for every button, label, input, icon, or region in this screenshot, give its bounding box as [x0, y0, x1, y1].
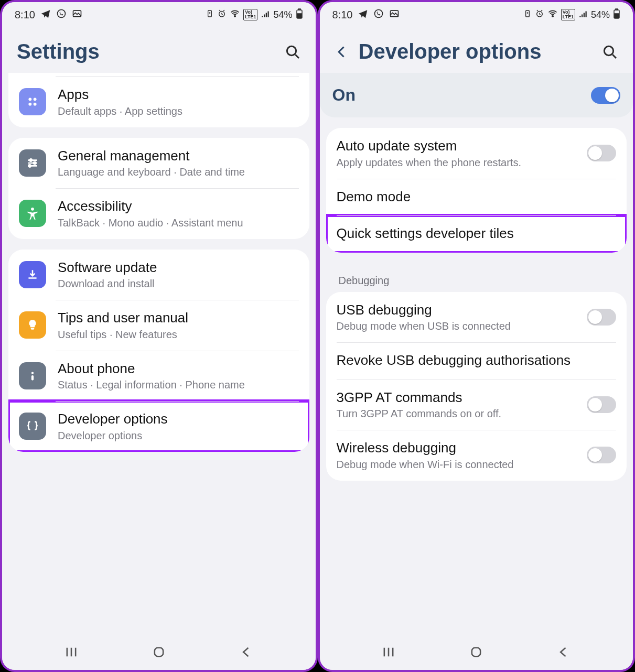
svg-point-28 [604, 46, 613, 55]
svg-point-8 [287, 46, 296, 55]
apps-icon [19, 88, 46, 115]
item-3gpp-at[interactable]: 3GPP AT commands Turn 3GPP AT commands o… [326, 380, 627, 430]
settings-list: Apps Default apps · App settings General… [2, 73, 316, 636]
svg-point-15 [28, 165, 30, 167]
page-title: Settings [17, 40, 275, 63]
item-title: About phone [58, 360, 299, 377]
svg-point-16 [31, 208, 34, 211]
settings-item-general[interactable]: General management Language and keyboard… [8, 138, 309, 189]
svg-point-14 [34, 162, 36, 164]
nav-home[interactable] [469, 645, 483, 662]
phone-left: 8:10 Vo)LTE1 54% Settings [0, 0, 318, 672]
wifi-icon [547, 8, 558, 21]
item-title: Developer options [58, 410, 299, 428]
signal-icon [261, 9, 270, 21]
battery-saver-icon [523, 9, 532, 20]
item-demo-mode[interactable]: Demo mode [326, 179, 627, 216]
item-title: Demo mode [337, 188, 617, 205]
svg-rect-29 [472, 648, 480, 656]
battery-percent: 54% [591, 9, 610, 20]
page-title: Developer options [359, 40, 593, 63]
item-title: General management [58, 147, 299, 165]
alarm-icon [535, 9, 544, 21]
header: Developer options [320, 27, 633, 73]
nav-recents[interactable] [381, 645, 396, 662]
master-toggle[interactable]: On [320, 73, 633, 117]
whatsapp-icon [373, 8, 384, 21]
item-revoke-usb[interactable]: Revoke USB debugging authorisations [326, 342, 627, 380]
search-button[interactable] [284, 44, 301, 60]
item-subtitle: Turn 3GPP AT commands on or off. [337, 407, 576, 420]
settings-item-update[interactable]: Software update Download and install [8, 250, 309, 300]
svg-rect-27 [615, 14, 619, 18]
svg-rect-18 [31, 375, 34, 381]
status-time: 8:10 [15, 9, 35, 21]
toggle-3gpp-at[interactable] [587, 396, 616, 413]
item-subtitle: Status · Legal information · Phone name [58, 378, 299, 392]
search-button[interactable] [601, 44, 618, 60]
settings-item-about[interactable]: About phone Status · Legal information ·… [8, 351, 309, 402]
gallery-icon [72, 8, 82, 21]
item-auto-update[interactable]: Auto update system Apply updates when th… [326, 128, 627, 179]
developer-options-list: Auto update system Apply updates when th… [320, 128, 633, 636]
item-title: 3GPP AT commands [337, 389, 576, 406]
download-icon [19, 261, 46, 288]
item-title: Wireless debugging [337, 439, 576, 457]
battery-percent: 54% [273, 9, 292, 20]
statusbar: 8:10 Vo)LTE1 54% [2, 2, 316, 27]
toggle-wireless-debugging[interactable] [587, 447, 616, 463]
master-toggle-switch[interactable] [591, 87, 620, 104]
svg-rect-26 [616, 9, 618, 10]
navbar [320, 636, 633, 670]
header: Settings [2, 27, 316, 73]
nav-home[interactable] [152, 645, 166, 662]
sliders-icon [19, 149, 46, 177]
battery-icon [613, 8, 620, 21]
item-subtitle: Developer options [58, 429, 299, 442]
item-title: Software update [58, 259, 299, 276]
item-title: Quick settings developer tiles [337, 225, 617, 242]
status-time: 8:10 [332, 9, 353, 21]
volte-icon: Vo)LTE1 [243, 9, 257, 20]
toggle-auto-update[interactable] [587, 145, 616, 161]
svg-point-11 [28, 103, 31, 106]
info-icon [19, 362, 46, 389]
navbar [2, 636, 316, 670]
statusbar: 8:10 Vo)LTE1 54% [320, 2, 633, 27]
item-usb-debugging[interactable]: USB debugging Debug mode when USB is con… [326, 292, 627, 343]
settings-item-apps[interactable]: Apps Default apps · App settings [8, 77, 309, 127]
settings-item-tips[interactable]: Tips and user manual Useful tips · New f… [8, 300, 309, 351]
toggle-usb-debugging[interactable] [587, 309, 616, 326]
settings-item-accessibility[interactable]: Accessibility TalkBack · Mono audio · As… [8, 188, 309, 239]
wifi-icon [230, 8, 240, 21]
alarm-icon [217, 9, 227, 21]
back-button[interactable] [335, 45, 349, 59]
nav-back[interactable] [239, 645, 254, 662]
lightbulb-icon [19, 311, 46, 339]
svg-point-4 [234, 15, 236, 17]
telegram-icon [358, 8, 368, 21]
svg-rect-19 [155, 648, 163, 656]
volte-icon: Vo)LTE1 [561, 9, 575, 20]
svg-point-12 [34, 103, 37, 106]
settings-item-developer-options[interactable]: Developer options Developer options [8, 401, 309, 452]
accessibility-icon [19, 200, 46, 227]
svg-point-13 [30, 159, 32, 161]
signal-icon [578, 9, 588, 21]
item-wireless-debugging[interactable]: Wireless debugging Debug mode when Wi-Fi… [326, 430, 627, 481]
item-title: Accessibility [58, 198, 299, 215]
svg-point-10 [34, 98, 37, 101]
item-subtitle: Apply updates when the phone restarts. [337, 156, 576, 169]
svg-rect-7 [297, 14, 302, 18]
item-title: Auto update system [337, 137, 576, 155]
item-title: Tips and user manual [58, 309, 299, 327]
nav-recents[interactable] [64, 645, 79, 662]
item-subtitle: Language and keyboard · Date and time [58, 165, 299, 179]
svg-rect-6 [298, 9, 300, 10]
nav-back[interactable] [556, 645, 571, 662]
svg-point-0 [57, 9, 65, 17]
battery-icon [296, 8, 303, 21]
item-quick-settings-tiles[interactable]: Quick settings developer tiles [326, 215, 627, 253]
svg-point-17 [31, 372, 34, 374]
item-subtitle: Download and install [58, 277, 299, 290]
